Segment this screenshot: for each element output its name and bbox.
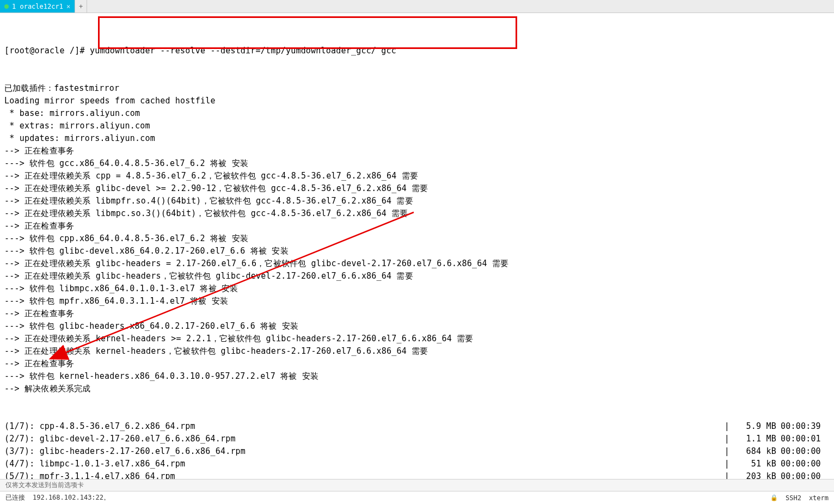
download-size: 684 kB — [732, 445, 781, 458]
download-row: (1/7): cpp-4.8.5-36.el7_6.2.x86_64.rpm|5… — [4, 420, 830, 433]
terminal-line: --> 正在检查事务 — [4, 220, 830, 232]
prompt-line: [root@oracle /]# yumdownloader --resolve… — [4, 45, 830, 57]
terminal-line: ---> 软件包 glibc-devel.x86_64.0.2.17-260.e… — [4, 245, 830, 257]
terminal-line: ---> 软件包 mpfr.x86_64.0.3.1.1-4.el7 将被 安装 — [4, 295, 830, 308]
new-tab-button[interactable]: + — [75, 0, 87, 13]
terminal-line: --> 正在处理依赖关系 glibc-headers = 2.17-260.el… — [4, 257, 830, 270]
terminal-line: --> 正在处理依赖关系 glibc-devel >= 2.2.90-12，它被… — [4, 182, 830, 195]
terminal-line: --> 解决依赖关系完成 — [4, 383, 830, 395]
download-time: 00:00:00 — [781, 458, 830, 470]
terminal-line: ---> 软件包 libmpc.x86_64.0.1.0.1-3.el7 将被 … — [4, 282, 830, 295]
prompt: [root@oracle /]# — [4, 46, 90, 56]
download-index: (1/7): — [4, 420, 40, 433]
terminal-line: * extras: mirrors.aliyun.com — [4, 120, 830, 132]
terminal-line: --> 正在检查事务 — [4, 358, 830, 370]
download-name: glibc-devel-2.17-260.el7_6.6.x86_64.rpm — [40, 433, 236, 445]
download-size: 5.9 MB — [732, 420, 781, 433]
terminal-line: --> 正在处理依赖关系 libmpfr.so.4()(64bit)，它被软件包… — [4, 195, 830, 207]
status-term: xterm — [809, 494, 829, 502]
lock-icon: 🔒 — [770, 494, 778, 501]
footer-hint: 仅将文本发送到当前选项卡 — [0, 479, 834, 491]
status-bar: 已连接 192.168.102.143:22。 🔒 SSH2 xterm — [0, 491, 834, 504]
terminal-line: ---> 软件包 gcc.x86_64.0.4.8.5-36.el7_6.2 将… — [4, 157, 830, 170]
connection-dot-icon — [4, 4, 9, 9]
close-icon[interactable]: × — [66, 3, 70, 10]
download-row: (3/7): glibc-headers-2.17-260.el7_6.6.x8… — [4, 445, 830, 458]
status-connected: 已连接 — [5, 493, 25, 502]
download-name: glibc-headers-2.17-260.el7_6.6.x86_64.rp… — [40, 445, 246, 458]
status-address: 192.168.102.143:22。 — [33, 493, 110, 502]
terminal-line: 已加载插件：fastestmirror — [4, 82, 830, 95]
terminal-line: * updates: mirrors.aliyun.com — [4, 132, 830, 145]
terminal-line: * base: mirrors.aliyun.com — [4, 107, 830, 120]
download-index: (4/7): — [4, 458, 40, 470]
download-time: 00:00:01 — [781, 433, 830, 445]
terminal-line: --> 正在处理依赖关系 glibc-headers，它被软件包 glibc-d… — [4, 270, 830, 282]
terminal-line: --> 正在检查事务 — [4, 145, 830, 157]
terminal-line: --> 正在处理依赖关系 kernel-headers >= 2.2.1，它被软… — [4, 333, 830, 345]
terminal-line: --> 正在处理依赖关系 cpp = 4.8.5-36.el7_6.2，它被软件… — [4, 170, 830, 182]
tab-oracle12cr1[interactable]: 1 oracle12cr1 × — [0, 0, 75, 13]
terminal-line: Loading mirror speeds from cached hostfi… — [4, 95, 830, 107]
download-row: (2/7): glibc-devel-2.17-260.el7_6.6.x86_… — [4, 433, 830, 445]
terminal-line: --> 正在处理依赖关系 kernel-headers，它被软件包 glibc-… — [4, 345, 830, 358]
download-size: 1.1 MB — [732, 433, 781, 445]
command: yumdownloader --resolve --destdir=/tmp/y… — [90, 46, 396, 56]
download-index: (3/7): — [4, 445, 40, 458]
download-time: 00:00:00 — [781, 445, 830, 458]
download-time: 00:00:39 — [781, 420, 830, 433]
download-name: cpp-4.8.5-36.el7_6.2.x86_64.rpm — [40, 420, 195, 433]
status-protocol: SSH2 — [786, 494, 801, 502]
terminal-line: --> 正在检查事务 — [4, 308, 830, 320]
download-size: 51 kB — [732, 458, 781, 470]
download-name: libmpc-1.0.1-3.el7.x86_64.rpm — [40, 458, 186, 470]
terminal-line: ---> 软件包 cpp.x86_64.0.4.8.5-36.el7_6.2 将… — [4, 232, 830, 245]
terminal-line: ---> 软件包 kernel-headers.x86_64.0.3.10.0-… — [4, 370, 830, 383]
tab-bar: 1 oracle12cr1 × + — [0, 0, 834, 13]
tab-title: 1 oracle12cr1 — [12, 3, 63, 10]
download-row: (4/7): libmpc-1.0.1-3.el7.x86_64.rpm|51 … — [4, 458, 830, 470]
plus-icon: + — [79, 3, 83, 10]
download-index: (2/7): — [4, 433, 40, 445]
terminal-output[interactable]: [root@oracle /]# yumdownloader --resolve… — [0, 13, 834, 504]
terminal-line: ---> 软件包 glibc-headers.x86_64.0.2.17-260… — [4, 320, 830, 333]
terminal-line: --> 正在处理依赖关系 libmpc.so.3()(64bit)，它被软件包 … — [4, 207, 830, 220]
